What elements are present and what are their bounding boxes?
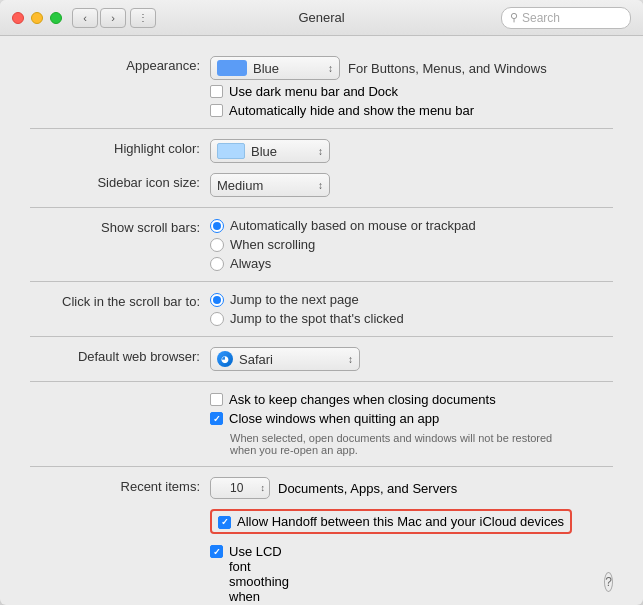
scroll-auto-radio[interactable] xyxy=(210,219,224,233)
close-button[interactable] xyxy=(12,12,24,24)
show-scroll-bars-content: Automatically based on mouse or trackpad… xyxy=(210,218,613,271)
sidebar-icon-size-row: Sidebar icon size: Medium ↕ xyxy=(30,173,613,197)
lcd-smoothing-text: Use LCD font smoothing when available xyxy=(229,544,304,605)
scroll-always-label: Always xyxy=(230,256,271,271)
show-scroll-bars-label: Show scroll bars: xyxy=(30,218,210,235)
recent-items-row: Recent items: 10 ↕ Documents, Apps, and … xyxy=(30,477,613,499)
highlight-color-content: Blue ↕ xyxy=(210,139,613,163)
maximize-button[interactable] xyxy=(50,12,62,24)
chevron-icon-browser: ↕ xyxy=(348,354,353,365)
back-button[interactable]: ‹ xyxy=(72,8,98,28)
close-windows-checkbox-row: Close windows when quitting an app xyxy=(210,411,613,426)
chevron-icon-sidebar: ↕ xyxy=(318,180,323,191)
show-scroll-bars-row: Show scroll bars: Automatically based on… xyxy=(30,218,613,271)
titlebar: ‹ › ⋮ General ⚲ Search xyxy=(0,0,643,36)
search-icon: ⚲ xyxy=(510,11,518,24)
chevron-icon: ↕ xyxy=(328,63,333,74)
chevron-icon-recent: ↕ xyxy=(261,483,266,493)
traffic-lights xyxy=(12,12,62,24)
auto-hide-menu-bar-checkbox[interactable] xyxy=(210,104,223,117)
allow-handoff-row: Allow Handoff between this Mac and your … xyxy=(30,509,613,534)
click-scroll-bar-content: Jump to the next page Jump to the spot t… xyxy=(210,292,613,326)
separator-6 xyxy=(30,466,613,467)
default-web-browser-dropdown[interactable]: ◕ Safari ↕ xyxy=(210,347,360,371)
separator-5 xyxy=(30,381,613,382)
appearance-dropdown[interactable]: Blue ↕ xyxy=(210,56,340,80)
grid-button[interactable]: ⋮ xyxy=(130,8,156,28)
highlight-color-swatch xyxy=(217,143,245,159)
ask-keep-changes-checkbox[interactable] xyxy=(210,393,223,406)
recent-items-description: Documents, Apps, and Servers xyxy=(278,481,457,496)
ask-keep-changes-text: Ask to keep changes when closing documen… xyxy=(229,392,496,407)
content-area: Appearance: Blue ↕ For Buttons, Menus, a… xyxy=(0,36,643,605)
scroll-always-radio-row: Always xyxy=(210,256,613,271)
jump-spot-radio[interactable] xyxy=(210,312,224,326)
lcd-smoothing-content: Use LCD font smoothing when available ? xyxy=(210,544,613,605)
scroll-when-radio[interactable] xyxy=(210,238,224,252)
window: ‹ › ⋮ General ⚲ Search Appearance: Blue … xyxy=(0,0,643,605)
minimize-button[interactable] xyxy=(31,12,43,24)
dark-menu-bar-row: Use dark menu bar and Dock xyxy=(210,84,613,99)
recent-items-content: 10 ↕ Documents, Apps, and Servers xyxy=(210,477,613,499)
ask-keep-changes-row: Ask to keep changes when closing documen… xyxy=(30,392,613,456)
click-scroll-bar-row: Click in the scroll bar to: Jump to the … xyxy=(30,292,613,326)
jump-spot-radio-row: Jump to the spot that's clicked xyxy=(210,311,613,326)
separator-2 xyxy=(30,207,613,208)
separator-4 xyxy=(30,336,613,337)
appearance-content: Blue ↕ For Buttons, Menus, and Windows U… xyxy=(210,56,613,118)
jump-next-label: Jump to the next page xyxy=(230,292,359,307)
allow-handoff-content: Allow Handoff between this Mac and your … xyxy=(210,509,613,534)
scroll-auto-radio-row: Automatically based on mouse or trackpad xyxy=(210,218,613,233)
lcd-smoothing-label xyxy=(30,544,210,546)
allow-handoff-label xyxy=(30,509,210,511)
window-title: General xyxy=(298,10,344,25)
appearance-description: For Buttons, Menus, and Windows xyxy=(348,61,547,76)
jump-next-radio-row: Jump to the next page xyxy=(210,292,613,307)
default-web-browser-label: Default web browser: xyxy=(30,347,210,364)
lcd-smoothing-checkbox[interactable] xyxy=(210,545,223,558)
recent-items-dropdown[interactable]: 10 ↕ xyxy=(210,477,270,499)
close-windows-text: Close windows when quitting an app xyxy=(229,411,439,426)
separator-3 xyxy=(30,281,613,282)
separator-1 xyxy=(30,128,613,129)
scroll-when-label: When scrolling xyxy=(230,237,315,252)
auto-hide-menu-bar-row: Automatically hide and show the menu bar xyxy=(210,103,613,118)
help-button[interactable]: ? xyxy=(604,572,613,592)
scroll-when-radio-row: When scrolling xyxy=(210,237,613,252)
appearance-value: Blue xyxy=(253,61,279,76)
scroll-always-radio[interactable] xyxy=(210,257,224,271)
close-windows-checkbox[interactable] xyxy=(210,412,223,425)
sidebar-icon-size-label: Sidebar icon size: xyxy=(30,173,210,190)
forward-button[interactable]: › xyxy=(100,8,126,28)
jump-next-radio[interactable] xyxy=(210,293,224,307)
sidebar-icon-size-dropdown[interactable]: Medium ↕ xyxy=(210,173,330,197)
safari-icon: ◕ xyxy=(217,351,233,367)
recent-items-label: Recent items: xyxy=(30,477,210,494)
appearance-row: Appearance: Blue ↕ For Buttons, Menus, a… xyxy=(30,56,613,118)
nav-buttons: ‹ › xyxy=(72,8,126,28)
highlight-color-row: Highlight color: Blue ↕ xyxy=(30,139,613,163)
search-box[interactable]: ⚲ Search xyxy=(501,7,631,29)
chevron-down-icon: ↕ xyxy=(318,146,323,157)
lcd-smoothing-row: Use LCD font smoothing when available ? xyxy=(30,544,613,605)
sidebar-icon-size-value: Medium xyxy=(217,178,263,193)
ask-keep-changes-content: Ask to keep changes when closing documen… xyxy=(210,392,613,456)
allow-handoff-checkbox[interactable] xyxy=(218,516,231,529)
search-placeholder: Search xyxy=(522,11,560,25)
default-web-browser-value: Safari xyxy=(239,352,273,367)
allow-handoff-text: Allow Handoff between this Mac and your … xyxy=(237,514,564,529)
default-web-browser-row: Default web browser: ◕ Safari ↕ xyxy=(30,347,613,371)
close-windows-note: When selected, open documents and window… xyxy=(230,432,613,456)
highlight-color-value: Blue xyxy=(251,144,277,159)
dark-menu-bar-label: Use dark menu bar and Dock xyxy=(229,84,398,99)
lcd-smoothing-checkbox-row: Use LCD font smoothing when available xyxy=(210,544,304,605)
scroll-auto-label: Automatically based on mouse or trackpad xyxy=(230,218,476,233)
dark-menu-bar-checkbox[interactable] xyxy=(210,85,223,98)
click-scroll-bar-label: Click in the scroll bar to: xyxy=(30,292,210,309)
ask-keep-changes-label xyxy=(30,392,210,394)
highlight-color-dropdown[interactable]: Blue ↕ xyxy=(210,139,330,163)
default-web-browser-content: ◕ Safari ↕ xyxy=(210,347,613,371)
highlight-color-label: Highlight color: xyxy=(30,139,210,156)
auto-hide-menu-bar-label: Automatically hide and show the menu bar xyxy=(229,103,474,118)
ask-keep-changes-checkbox-row: Ask to keep changes when closing documen… xyxy=(210,392,613,407)
